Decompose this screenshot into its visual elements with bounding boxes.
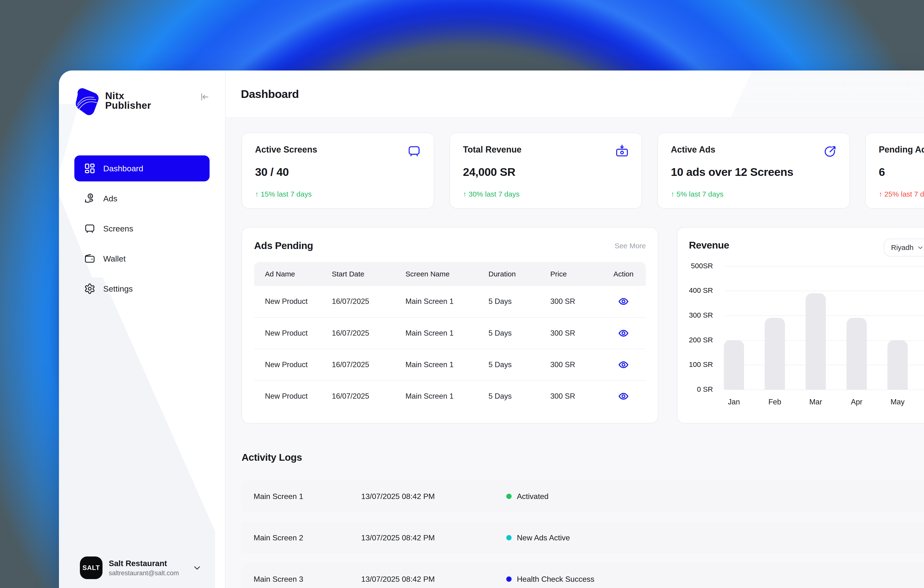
stat-cards-row: Active Screens 30 / 40 ↑ 15% last 7 days…: [242, 133, 924, 209]
bar-feb: [765, 318, 785, 390]
see-more-link[interactable]: See More: [615, 242, 646, 250]
col-duration: Duration: [488, 262, 550, 286]
nav-label: Wallet: [103, 254, 125, 264]
x-tick: Jan: [719, 398, 748, 406]
region-value: Riyadh: [891, 244, 913, 252]
stat-trend: ↑ 15% last 7 days: [255, 190, 421, 198]
status-dot: [506, 535, 512, 540]
stat-label: Pending Ads: [879, 145, 924, 155]
ad-target-icon: [823, 144, 837, 158]
bar-may: [888, 340, 908, 390]
x-tick: May: [883, 398, 912, 406]
table-row: New Product16/07/2025 Main Screen 15 Day…: [254, 286, 646, 317]
stat-label: Active Screens: [255, 145, 421, 155]
view-ad-eye-icon[interactable]: [618, 359, 629, 370]
activity-row: Main Screen 1 13/07/2025 08:42 PM Activa…: [242, 481, 924, 512]
nitx-logo-icon: [74, 86, 99, 116]
dashboard-grid-icon: [84, 163, 96, 174]
stat-trend: ↑ 5% last 7 days: [671, 190, 837, 198]
revenue-card: Revenue Riyadh 500SR 400 SR 300 SR 200 S…: [677, 227, 924, 423]
page-title: Dashboard: [241, 87, 299, 100]
bar-mar: [805, 293, 826, 390]
table-row: New Product16/07/2025 Main Screen 15 Day…: [254, 317, 646, 349]
main-area: Dashboard Active Screens 30 / 40 ↑ 15% l…: [226, 71, 924, 588]
account-switcher[interactable]: SALT Salt Restaurant saltrestaurant@salt…: [74, 550, 210, 586]
status-label: Activated: [517, 492, 549, 501]
activity-logs-title: Activity Logs: [242, 452, 924, 463]
activity-logs-list: Main Screen 1 13/07/2025 08:42 PM Activa…: [242, 481, 924, 588]
nav-label: Ads: [103, 194, 117, 203]
status-label: Health Check Success: [517, 575, 594, 584]
col-price: Price: [550, 262, 601, 286]
page-header: Dashboard: [226, 71, 924, 118]
stat-value: 6: [879, 165, 924, 178]
sidebar: Nitx Publisher Dashboard $: [59, 71, 226, 588]
account-info: Salt Restaurant saltrestaurant@salt.com: [109, 559, 179, 577]
avatar: SALT: [80, 557, 102, 579]
wallet-icon: [84, 253, 96, 264]
gear-icon: [84, 283, 96, 295]
nav-label: Screens: [103, 224, 133, 233]
sidebar-nav: Dashboard $ Ads Screens: [59, 155, 225, 302]
col-screen-name: Screen Name: [406, 262, 488, 286]
stat-card-total-revenue: Total Revenue 24,000 SR ↑ 30% last 7 day…: [449, 133, 642, 209]
activity-row: Main Screen 3 13/07/2025 08:42 PM Health…: [242, 563, 924, 588]
table-row: New Product16/07/2025 Main Screen 15 Day…: [254, 349, 646, 380]
stat-value: 10 ads over 12 Screens: [671, 165, 837, 178]
revenue-bar-chart: 500SR 400 SR 300 SR 200 SR 100 SR 0 SR J…: [689, 251, 924, 424]
nav-label: Settings: [103, 284, 133, 293]
account-name: Salt Restaurant: [109, 559, 179, 568]
screen-icon: [407, 144, 421, 158]
svg-text:$: $: [89, 194, 91, 198]
ads-pending-table: Ad Name Start Date Screen Name Duration …: [254, 262, 646, 412]
col-ad-name: Ad Name: [254, 262, 332, 286]
stat-label: Total Revenue: [463, 145, 629, 155]
activity-row: Main Screen 2 13/07/2025 08:42 PM New Ad…: [242, 522, 924, 553]
status-dot: [506, 576, 512, 582]
stat-value: 24,000 SR: [463, 165, 629, 178]
logo-wordmark: Nitx Publisher: [105, 91, 151, 110]
sidebar-watermark: [59, 71, 225, 588]
chevron-down-icon: [917, 244, 924, 251]
nav-label: Dashboard: [103, 164, 143, 173]
screen-icon: [84, 223, 96, 234]
account-email: saltrestaurant@salt.com: [109, 570, 179, 577]
sidebar-collapse-icon[interactable]: [200, 92, 210, 102]
sidebar-item-screens[interactable]: Screens: [74, 216, 210, 242]
table-row: New Product16/07/2025 Main Screen 15 Day…: [254, 380, 646, 412]
x-tick: Feb: [761, 398, 789, 406]
content: Active Screens 30 / 40 ↑ 15% last 7 days…: [226, 118, 924, 588]
sidebar-item-wallet[interactable]: Wallet: [74, 245, 210, 272]
chevron-down-icon: [192, 563, 202, 573]
col-start-date: Start Date: [332, 262, 406, 286]
bar-apr: [846, 318, 867, 390]
table-header-row: Ad Name Start Date Screen Name Duration …: [254, 262, 646, 286]
status-dot: [506, 494, 512, 499]
stat-value: 30 / 40: [255, 165, 421, 178]
hand-coin-icon: $: [84, 193, 96, 204]
stat-card-active-screens: Active Screens 30 / 40 ↑ 15% last 7 days: [242, 133, 434, 209]
view-ad-eye-icon[interactable]: [618, 391, 629, 402]
status-label: New Ads Active: [517, 534, 570, 542]
app-window: Nitx Publisher Dashboard $: [59, 71, 924, 588]
col-action: Action: [601, 262, 646, 286]
stat-label: Active Ads: [671, 145, 837, 155]
stat-card-pending-ads: Pending Ads 6 ↑ 25% last 7 days: [865, 133, 924, 209]
view-ad-eye-icon[interactable]: [618, 296, 629, 307]
view-ad-eye-icon[interactable]: [618, 328, 629, 339]
stat-card-active-ads: Active Ads 10 ads over 12 Screens ↑ 5% l…: [657, 133, 850, 209]
stat-trend: ↑ 25% last 7 days: [879, 190, 924, 198]
x-tick: Mar: [801, 398, 830, 406]
stat-trend: ↑ 30% last 7 days: [463, 190, 629, 198]
x-tick: Apr: [842, 398, 871, 406]
bar-jan: [724, 340, 744, 390]
ads-pending-card: Ads Pending See More Ad Name Start Date …: [242, 227, 658, 423]
money-receive-icon: [615, 144, 629, 158]
middle-row: Ads Pending See More Ad Name Start Date …: [242, 227, 924, 423]
sidebar-item-ads[interactable]: $ Ads: [74, 186, 210, 211]
ads-pending-title: Ads Pending: [254, 240, 313, 251]
sidebar-item-dashboard[interactable]: Dashboard: [74, 155, 210, 181]
sidebar-item-settings[interactable]: Settings: [74, 276, 210, 302]
